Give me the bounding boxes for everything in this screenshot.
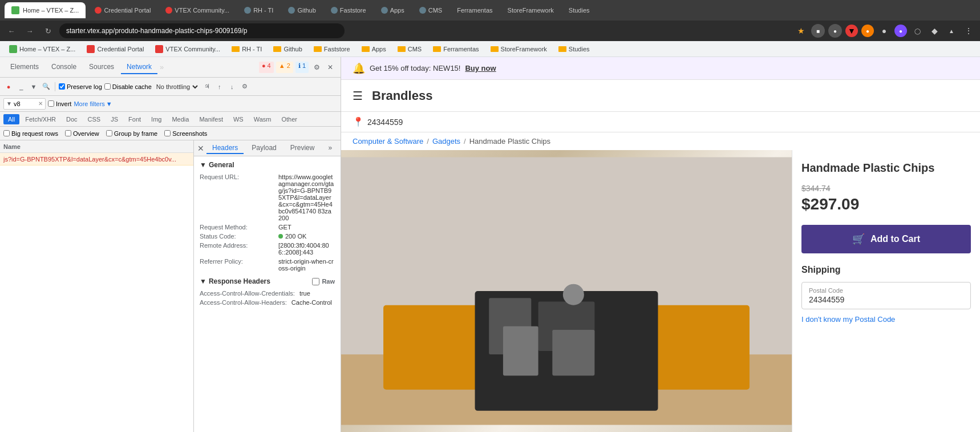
export-icon[interactable]: ↓: [227, 82, 237, 92]
bookmark-apps[interactable]: Apps: [357, 45, 391, 54]
bookmark-cms[interactable]: CMS: [393, 45, 426, 54]
preserve-log-input[interactable]: [59, 83, 65, 90]
extension-icon-2[interactable]: ●: [828, 24, 842, 38]
settings-icon[interactable]: ⚙: [311, 62, 322, 73]
bookmark-rh[interactable]: RH - TI: [227, 45, 266, 54]
general-section-header[interactable]: ▼ General: [200, 161, 335, 169]
devtools-tab-elements[interactable]: Elements: [5, 60, 44, 74]
filter-input[interactable]: [14, 100, 37, 107]
browser-tab-7[interactable]: CMS: [414, 2, 448, 18]
devtools-tab-console[interactable]: Console: [46, 60, 82, 74]
filter-clear-icon[interactable]: ✕: [38, 100, 43, 107]
devtools-tab-network[interactable]: Network: [121, 60, 157, 74]
disable-cache-checkbox[interactable]: Disable cache: [104, 83, 152, 90]
browser-tab-1[interactable]: Credential Portal: [89, 2, 156, 18]
extension-icon-7[interactable]: ◯: [910, 24, 924, 38]
overview-input[interactable]: [65, 130, 71, 136]
type-btn-media[interactable]: Media: [167, 114, 193, 124]
type-btn-font[interactable]: Font: [124, 114, 145, 124]
bookmark-studies[interactable]: Studies: [554, 45, 594, 54]
breadcrumb-link-1[interactable]: Gadgets: [432, 137, 460, 146]
devtools-tab-sources[interactable]: Sources: [83, 60, 120, 74]
type-btn-doc[interactable]: Doc: [62, 114, 82, 124]
network-conditions-icon[interactable]: ♃: [202, 82, 212, 92]
type-btn-fetch[interactable]: Fetch/XHR: [21, 114, 60, 124]
extension-icon-1[interactable]: ■: [811, 24, 825, 38]
group-by-frame-input[interactable]: [106, 130, 112, 136]
filter-input-wrap[interactable]: ▼ ✕: [3, 98, 46, 110]
add-to-cart-button[interactable]: 🛒 Add to Cart: [801, 225, 971, 253]
browser-tab-6[interactable]: Apps: [375, 2, 410, 18]
browser-tab-10[interactable]: Studies: [563, 2, 596, 18]
extension-icon-4[interactable]: ●: [861, 25, 874, 37]
type-btn-wasm[interactable]: Wasm: [249, 114, 276, 124]
type-btn-all[interactable]: All: [3, 114, 19, 124]
browser-tab-5[interactable]: Faststore: [325, 2, 372, 18]
invert-input[interactable]: [48, 100, 54, 107]
bookmark-ferramentas[interactable]: Ferramentas: [428, 45, 483, 54]
browser-tab-4[interactable]: Github: [282, 2, 321, 18]
request-row[interactable]: js?id=G-BPNTB95XTP&l=dataLayer&cx=c&gtm=…: [0, 153, 193, 165]
browser-tab-8[interactable]: Ferramentas: [451, 2, 498, 18]
back-button[interactable]: ←: [5, 24, 18, 38]
site-logo[interactable]: Brandless: [372, 88, 432, 103]
hamburger-menu-icon[interactable]: ☰: [353, 89, 363, 103]
filter-toggle-icon[interactable]: ▼: [29, 82, 39, 92]
settings-network-icon[interactable]: ⚙: [240, 82, 250, 92]
request-url-value[interactable]: https://www.googletagmanager.com/gtag/js…: [278, 173, 335, 221]
dont-know-postal-link[interactable]: I don't know my Postal Code: [801, 315, 895, 324]
preserve-log-checkbox[interactable]: Preserve log: [59, 83, 102, 90]
extension-icon-5[interactable]: ●: [877, 24, 891, 38]
type-btn-manifest[interactable]: Manifest: [195, 114, 228, 124]
bookmark-github[interactable]: Github: [269, 45, 306, 54]
reload-button[interactable]: ↻: [41, 24, 55, 38]
invert-checkbox[interactable]: Invert: [48, 100, 72, 107]
menu-dots[interactable]: ⋮: [962, 24, 975, 38]
bookmark-vtex[interactable]: VTEX Community...: [151, 44, 225, 54]
close-detail-icon[interactable]: ✕: [197, 143, 204, 154]
big-rows-checkbox[interactable]: Big request rows: [3, 130, 58, 137]
throttle-select[interactable]: No throttling Slow 3G Fast 3G: [154, 83, 200, 91]
bookmark-storeframework[interactable]: StoreFramework: [486, 45, 552, 54]
big-rows-input[interactable]: [3, 130, 10, 136]
group-by-frame-checkbox[interactable]: Group by frame: [106, 130, 157, 137]
star-icon[interactable]: ★: [794, 24, 808, 38]
extension-icon-9[interactable]: ▲: [945, 24, 958, 38]
extension-icon-3[interactable]: ▼: [845, 25, 858, 37]
forward-button[interactable]: →: [23, 24, 37, 38]
promo-link[interactable]: Buy now: [465, 64, 496, 72]
screenshots-input[interactable]: [164, 130, 171, 136]
import-icon[interactable]: ↑: [214, 82, 225, 92]
browser-tab-9[interactable]: StoreFramework: [502, 2, 560, 18]
bookmark-credential[interactable]: Credential Portal: [82, 44, 148, 54]
devtools-tab-more[interactable]: »: [160, 63, 164, 71]
overview-checkbox[interactable]: Overview: [65, 130, 99, 137]
extension-icon-8[interactable]: ◆: [928, 24, 941, 38]
type-btn-ws[interactable]: WS: [229, 114, 248, 124]
extension-icon-6[interactable]: ●: [894, 25, 907, 37]
close-devtools-icon[interactable]: ✕: [325, 62, 336, 73]
response-headers-header[interactable]: ▼ Response Headers Raw: [200, 277, 335, 285]
active-browser-tab[interactable]: Home – VTEX – Z...: [5, 2, 86, 18]
clear-icon[interactable]: ⎯: [16, 82, 26, 92]
browser-tab-2[interactable]: VTEX Community...: [160, 2, 235, 18]
type-btn-js[interactable]: JS: [106, 114, 123, 124]
detail-tab-headers[interactable]: Headers: [206, 143, 244, 154]
breadcrumb-link-0[interactable]: Computer & Software: [353, 137, 423, 146]
postal-code-box[interactable]: Postal Code 24344559: [801, 282, 971, 309]
screenshots-checkbox[interactable]: Screenshots: [164, 130, 207, 137]
bookmark-faststore[interactable]: Faststore: [309, 45, 355, 54]
more-filters-button[interactable]: More filters ▼: [74, 100, 112, 107]
type-btn-css[interactable]: CSS: [83, 114, 106, 124]
raw-checkbox[interactable]: [312, 278, 319, 285]
type-btn-img[interactable]: Img: [147, 114, 166, 124]
bookmark-home[interactable]: Home – VTEX – Z...: [5, 44, 80, 54]
browser-tab-3[interactable]: RH - TI: [238, 2, 279, 18]
detail-tab-preview[interactable]: Preview: [285, 143, 321, 154]
type-btn-other[interactable]: Other: [277, 114, 302, 124]
search-icon[interactable]: 🔍: [41, 82, 51, 92]
detail-tab-payload[interactable]: Payload: [246, 143, 282, 154]
detail-tab-more[interactable]: »: [322, 143, 338, 154]
record-icon[interactable]: ●: [3, 82, 14, 92]
disable-cache-input[interactable]: [104, 83, 111, 90]
